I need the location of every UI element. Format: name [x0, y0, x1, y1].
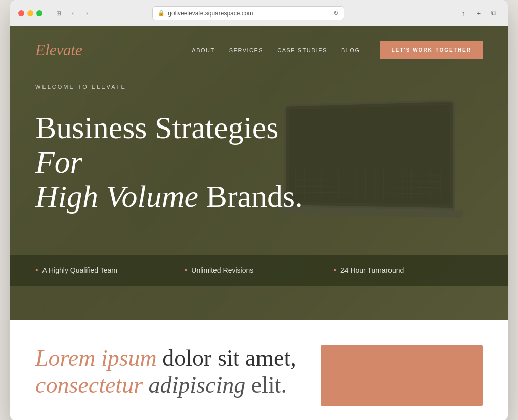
navigation: Elevate ABOUT SERVICES CASE STUDIES BLOG…	[10, 26, 508, 73]
hero-title-line1: Business Strategies For	[35, 110, 278, 179]
below-fold-section: Lorem ipsum dolor sit amet, consectetur …	[10, 320, 508, 420]
nav-links: ABOUT SERVICES CASE STUDIES BLOG	[192, 47, 360, 53]
lock-icon: 🔒	[158, 10, 165, 16]
feature-2-label: Unlimited Revisions	[191, 266, 253, 274]
back-button[interactable]: ‹	[67, 8, 79, 18]
below-fold-normal-1: dolor sit amet,	[157, 345, 296, 371]
minimize-button[interactable]	[27, 10, 33, 16]
feature-1: • A Highly Qualified Team	[35, 266, 185, 275]
hero-content: WELCOME TO ELEVATE Business Strategies F…	[10, 73, 508, 214]
share-icon[interactable]: ↑	[457, 7, 469, 19]
hero-section: Elevate ABOUT SERVICES CASE STUDIES BLOG…	[10, 26, 508, 320]
nav-about[interactable]: ABOUT	[192, 47, 214, 53]
close-button[interactable]	[18, 10, 24, 16]
below-fold-text: Lorem ipsum dolor sit amet, consectetur …	[35, 345, 300, 399]
below-fold-image	[321, 345, 483, 406]
below-fold-normal-2: elit.	[245, 372, 287, 398]
fullscreen-button[interactable]	[36, 10, 42, 16]
feature-1-label: A Highly Qualified Team	[42, 266, 117, 274]
forward-button[interactable]: ›	[81, 8, 93, 18]
copy-window-icon[interactable]: ⧉	[488, 7, 500, 19]
bullet-3: •	[333, 266, 336, 275]
traffic-lights	[18, 10, 42, 16]
features-bar: • A Highly Qualified Team • Unlimited Re…	[10, 255, 508, 286]
nav-blog[interactable]: BLOG	[341, 47, 360, 53]
hero-title: Business Strategies For High Volume Bran…	[35, 110, 329, 214]
url-text: goliveelevate.squarespace.com	[168, 10, 253, 17]
nav-case-studies[interactable]: CASE STUDIES	[277, 47, 327, 53]
below-fold-italic-3: adipiscing	[143, 372, 245, 398]
feature-2: • Unlimited Revisions	[185, 266, 334, 275]
bullet-2: •	[185, 266, 188, 275]
site-logo[interactable]: Elevate	[35, 40, 82, 59]
refresh-icon[interactable]: ↻	[333, 9, 339, 17]
below-fold-title: Lorem ipsum dolor sit amet, consectetur …	[35, 345, 300, 399]
browser-window: ⊞ ‹ › 🔒 goliveelevate.squarespace.com ↻ …	[10, 0, 508, 420]
browser-chrome: ⊞ ‹ › 🔒 goliveelevate.squarespace.com ↻ …	[10, 0, 508, 26]
below-fold-italic-1: Lorem ipsum	[35, 345, 157, 371]
below-fold-italic-2: consectetur	[35, 372, 143, 398]
website: Elevate ABOUT SERVICES CASE STUDIES BLOG…	[10, 26, 508, 420]
bullet-1: •	[35, 266, 38, 275]
browser-controls: ⊞ ‹ ›	[53, 8, 93, 18]
nav-services[interactable]: SERVICES	[229, 47, 263, 53]
window-icon[interactable]: ⊞	[53, 8, 65, 18]
cta-button[interactable]: LET'S WORK TOGETHER	[380, 41, 483, 59]
hero-divider	[35, 98, 483, 98]
hero-title-line2: High Volume Brands.	[35, 179, 303, 214]
feature-3: • 24 Hour Turnaround	[333, 266, 483, 275]
feature-3-label: 24 Hour Turnaround	[340, 266, 404, 274]
hero-eyebrow: WELCOME TO ELEVATE	[35, 83, 483, 90]
address-bar[interactable]: 🔒 goliveelevate.squarespace.com ↻	[152, 6, 344, 20]
browser-actions: ↑ + ⧉	[457, 7, 500, 19]
add-tab-icon[interactable]: +	[472, 7, 485, 19]
